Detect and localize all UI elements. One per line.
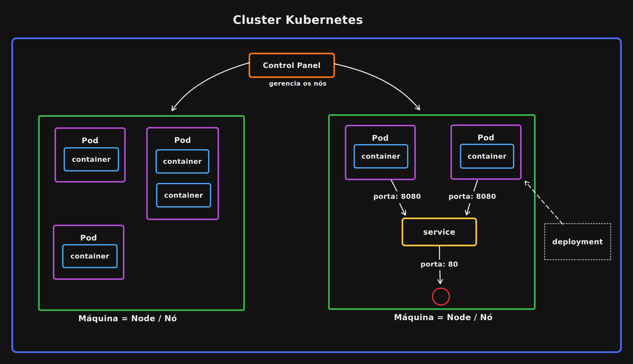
- pod-label: Pod: [54, 234, 123, 242]
- port-label-service: porta: 80: [401, 260, 478, 268]
- container-left-3[interactable]: container: [62, 244, 118, 268]
- container-right-1[interactable]: container: [354, 144, 408, 168]
- container-left-1[interactable]: container: [64, 147, 119, 172]
- container-left-2a[interactable]: container: [156, 149, 209, 174]
- pod-label: Pod: [56, 136, 124, 145]
- container-label: container: [70, 252, 109, 260]
- control-panel-caption: gerencia os nós: [234, 80, 362, 87]
- container-left-2b[interactable]: container: [156, 183, 211, 208]
- pod-label: Pod: [346, 134, 414, 142]
- container-label: container: [72, 156, 111, 164]
- port-label-right-pod: porta: 8080: [434, 192, 511, 200]
- kubernetes-cluster-diagram: Cluster Kubernetes Control Panel gerenci…: [0, 0, 633, 364]
- container-label: container: [362, 152, 400, 160]
- service-box[interactable]: service: [402, 218, 477, 246]
- pod-label: Pod: [452, 133, 520, 142]
- service-label: service: [423, 228, 455, 236]
- control-panel-label: Control Panel: [263, 61, 321, 70]
- container-label: container: [468, 152, 506, 160]
- diagram-title: Cluster Kubernetes: [189, 13, 407, 26]
- deployment-box[interactable]: deployment: [544, 223, 611, 260]
- node-left-caption: Máquina = Node / Nó: [46, 314, 210, 323]
- port-label-left-pod: porta: 8080: [359, 192, 436, 200]
- pod-label: Pod: [148, 136, 218, 145]
- container-label: container: [164, 191, 203, 199]
- container-right-2[interactable]: container: [460, 144, 514, 169]
- container-label: container: [163, 158, 202, 166]
- deployment-label: deployment: [552, 238, 603, 246]
- node-right-caption: Máquina = Node / Nó: [361, 312, 525, 322]
- control-panel-box[interactable]: Control Panel: [248, 53, 335, 78]
